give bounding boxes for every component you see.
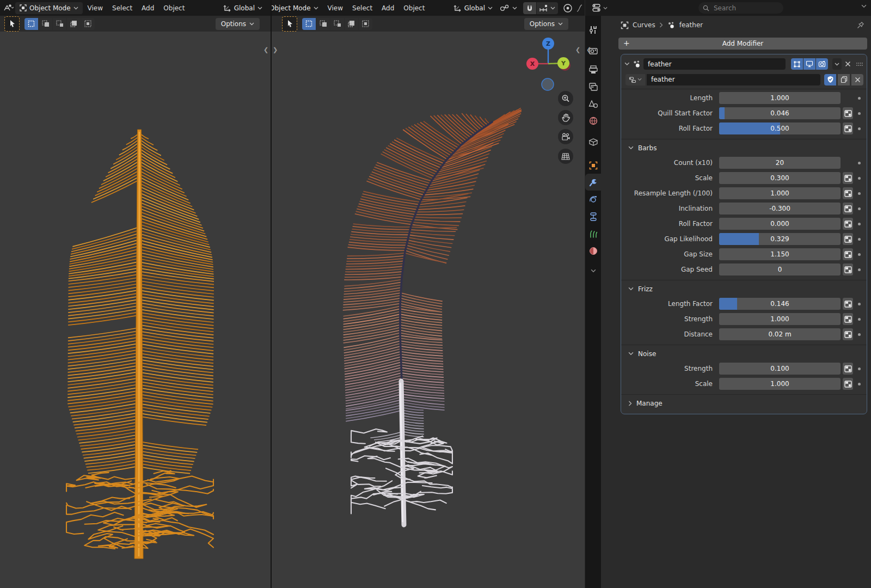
input-attribute-toggle[interactable] (843, 378, 853, 390)
input-attribute-toggle[interactable] (843, 172, 853, 184)
modifier-remove-button[interactable] (844, 61, 852, 67)
navigation-gizmo[interactable]: Z X Y (516, 31, 581, 96)
animate-decorator-dot[interactable] (858, 97, 861, 100)
region-resize-right-arrow[interactable]: ❯ (273, 46, 278, 53)
transform-orientation-dropdown[interactable]: Global (449, 2, 497, 14)
falloff-dropdown-partial[interactable] (576, 4, 582, 13)
animate-decorator-dot[interactable] (858, 367, 861, 370)
animate-decorator-dot[interactable] (858, 238, 861, 241)
viewport-divider[interactable] (271, 0, 272, 588)
animate-decorator-dot[interactable] (858, 177, 861, 180)
select-subtract-button[interactable] (53, 18, 66, 30)
snap-toggle-button[interactable] (523, 2, 536, 14)
select-extend-button[interactable] (316, 18, 330, 30)
animate-decorator-dot[interactable] (858, 303, 861, 305)
modifier-extras-dropdown[interactable] (832, 58, 841, 70)
tab-view-layer[interactable] (585, 78, 601, 95)
region-resize-left-arrow[interactable]: ❮ (575, 46, 580, 53)
display-render-toggle[interactable] (816, 58, 828, 70)
zoom-button[interactable] (558, 91, 573, 106)
section-header-manage[interactable]: Manage (621, 396, 867, 411)
animate-decorator-dot[interactable] (858, 112, 861, 115)
menu-view[interactable]: View (83, 4, 107, 12)
options-dropdown[interactable]: Options (524, 18, 568, 30)
animate-decorator-dot[interactable] (858, 127, 861, 130)
tab-tool[interactable] (585, 21, 601, 38)
param-value-field-strength[interactable]: 0.100 (719, 363, 841, 375)
animate-decorator-dot[interactable] (858, 383, 861, 385)
menu-add[interactable]: Add (137, 4, 158, 12)
param-value-field-length-factor[interactable]: 0.146 (719, 298, 841, 310)
param-value-field-resample-length-100[interactable]: 1.000 (719, 187, 841, 199)
snap-settings-dropdown[interactable] (537, 2, 558, 14)
add-modifier-button[interactable]: + Add Modifier (618, 38, 867, 50)
param-value-field-roll-factor[interactable]: 0.500 (719, 122, 841, 134)
unlink-node-group-button[interactable] (851, 74, 863, 85)
menu-select[interactable]: Select (108, 4, 137, 12)
tabs-overflow-chevron[interactable] (585, 262, 601, 279)
menu-select[interactable]: Select (348, 4, 377, 12)
axis-neg-z-ball[interactable] (542, 78, 554, 90)
param-value-field-gap-seed[interactable]: 0 (719, 264, 841, 275)
pivot-point-dropdown[interactable] (498, 2, 519, 14)
tab-output[interactable] (585, 61, 601, 78)
tab-physics[interactable] (585, 191, 601, 208)
animate-decorator-dot[interactable] (858, 333, 861, 336)
expand-chevron-icon[interactable] (624, 62, 630, 66)
active-tool-tweak-button[interactable] (4, 16, 20, 32)
tab-data[interactable] (585, 225, 601, 242)
input-attribute-toggle[interactable] (843, 264, 853, 275)
input-attribute-toggle[interactable] (843, 313, 853, 325)
input-attribute-toggle[interactable] (843, 187, 853, 199)
input-attribute-toggle[interactable] (843, 248, 853, 260)
editor-type-icon[interactable] (3, 4, 15, 13)
fake-user-toggle[interactable] (824, 74, 836, 85)
input-attribute-toggle[interactable] (843, 107, 853, 119)
param-value-field-scale[interactable]: 1.000 (719, 378, 841, 390)
display-editmode-toggle[interactable] (791, 58, 803, 70)
modifier-drag-handle[interactable] (856, 62, 863, 67)
param-value-field-scale[interactable]: 0.300 (719, 172, 841, 184)
input-attribute-toggle[interactable] (843, 122, 853, 134)
active-tool-tweak-button[interactable] (282, 16, 297, 32)
tab-world[interactable] (585, 112, 601, 129)
modifier-name-field[interactable]: feather (643, 58, 786, 70)
input-attribute-toggle[interactable] (843, 328, 853, 340)
select-intersect-button[interactable] (359, 18, 372, 30)
animate-decorator-dot[interactable] (858, 268, 861, 271)
section-header-frizz[interactable]: Frizz (621, 281, 867, 296)
node-group-browse-button[interactable] (625, 74, 645, 85)
display-viewport-toggle[interactable] (803, 58, 815, 70)
animate-decorator-dot[interactable] (858, 253, 861, 256)
header-collapse-menu[interactable] (861, 4, 867, 8)
tab-object[interactable] (585, 157, 601, 174)
input-attribute-toggle[interactable] (843, 298, 853, 310)
breadcrumb-object[interactable]: Curves (633, 21, 655, 29)
param-value-field-roll-factor[interactable]: 0.000 (719, 218, 841, 230)
menu-view[interactable]: View (323, 4, 347, 12)
input-attribute-toggle[interactable] (843, 203, 853, 215)
node-group-name-field[interactable]: feather (647, 74, 820, 85)
animate-decorator-dot[interactable] (858, 207, 861, 210)
animate-decorator-dot[interactable] (858, 223, 861, 225)
options-dropdown[interactable]: Options (216, 18, 260, 30)
param-value-field-gap-size[interactable]: 1.150 (719, 248, 841, 260)
region-expand-arrow[interactable]: ❮ (586, 46, 591, 53)
proportional-editing-toggle[interactable] (563, 3, 573, 13)
input-attribute-toggle[interactable] (843, 363, 853, 375)
camera-view-button[interactable] (558, 129, 573, 144)
animate-decorator-dot[interactable] (858, 192, 861, 195)
duplicate-node-group-button[interactable] (838, 74, 850, 85)
animate-decorator-dot[interactable] (858, 162, 861, 164)
tab-collection[interactable] (585, 133, 601, 150)
param-value-field-count-x10[interactable]: 20 (719, 157, 841, 169)
menu-add[interactable]: Add (377, 4, 398, 12)
input-attribute-toggle[interactable] (843, 218, 853, 230)
mode-dropdown[interactable]: Object Mode (272, 2, 323, 14)
transform-orientation-dropdown[interactable]: Global (219, 2, 267, 14)
properties-search[interactable] (698, 2, 783, 14)
section-header-noise[interactable]: Noise (621, 346, 867, 361)
select-invert-button[interactable] (67, 18, 81, 30)
viewport-3d-left[interactable]: Object Mode View Select Add Object Globa… (0, 0, 271, 588)
pin-toggle[interactable] (857, 21, 864, 29)
